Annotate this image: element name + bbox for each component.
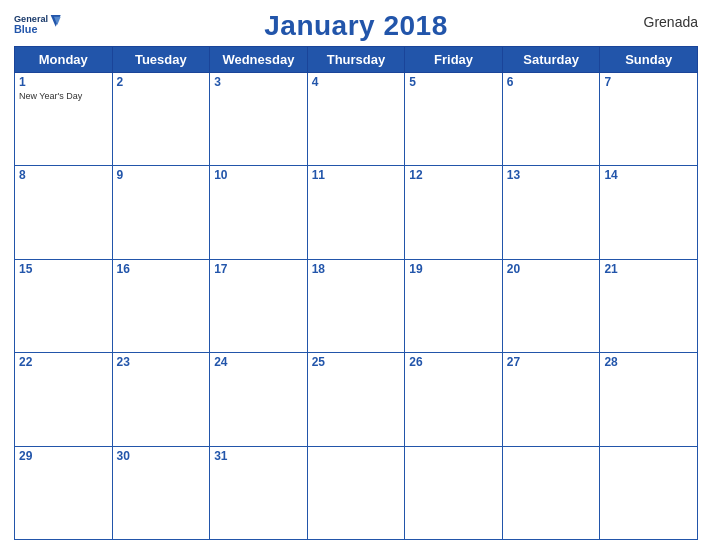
calendar-day-cell: 22 [15,353,113,446]
calendar-day-cell: 31 [210,446,308,539]
day-number: 29 [19,449,108,463]
day-number: 26 [409,355,498,369]
calendar-day-cell: 26 [405,353,503,446]
calendar-day-cell: 5 [405,73,503,166]
header-saturday: Saturday [502,47,600,73]
calendar-day-cell [502,446,600,539]
calendar-day-cell: 29 [15,446,113,539]
header-friday: Friday [405,47,503,73]
calendar-day-cell: 11 [307,166,405,259]
logo-svg: General Blue [14,10,64,40]
day-number: 13 [507,168,596,182]
day-number: 23 [117,355,206,369]
calendar-page: General Blue January 2018 Grenada Monday… [0,0,712,550]
calendar-day-cell: 8 [15,166,113,259]
weekday-header-row: Monday Tuesday Wednesday Thursday Friday… [15,47,698,73]
day-number: 14 [604,168,693,182]
calendar-day-cell: 23 [112,353,210,446]
calendar-day-cell [307,446,405,539]
calendar-title: January 2018 [264,10,447,41]
calendar-day-cell: 30 [112,446,210,539]
day-number: 9 [117,168,206,182]
day-number: 19 [409,262,498,276]
header-sunday: Sunday [600,47,698,73]
calendar-day-cell: 15 [15,259,113,352]
day-number: 2 [117,75,206,89]
calendar-day-cell: 24 [210,353,308,446]
day-number: 30 [117,449,206,463]
day-number: 25 [312,355,401,369]
calendar-day-cell: 20 [502,259,600,352]
calendar-day-cell: 4 [307,73,405,166]
holiday-label: New Year's Day [19,91,108,101]
country-label: Grenada [608,10,698,30]
day-number: 7 [604,75,693,89]
calendar-day-cell: 13 [502,166,600,259]
svg-text:Blue: Blue [14,23,37,35]
calendar-table: Monday Tuesday Wednesday Thursday Friday… [14,46,698,540]
calendar-day-cell: 7 [600,73,698,166]
calendar-week-row: 293031 [15,446,698,539]
day-number: 17 [214,262,303,276]
day-number: 20 [507,262,596,276]
day-number: 27 [507,355,596,369]
header-monday: Monday [15,47,113,73]
day-number: 12 [409,168,498,182]
calendar-week-row: 15161718192021 [15,259,698,352]
calendar-day-cell: 14 [600,166,698,259]
title-block: January 2018 [104,10,608,42]
calendar-day-cell: 12 [405,166,503,259]
header-thursday: Thursday [307,47,405,73]
day-number: 5 [409,75,498,89]
day-number: 15 [19,262,108,276]
day-number: 11 [312,168,401,182]
calendar-day-cell: 16 [112,259,210,352]
calendar-day-cell: 3 [210,73,308,166]
calendar-day-cell: 19 [405,259,503,352]
day-number: 28 [604,355,693,369]
calendar-day-cell: 9 [112,166,210,259]
calendar-day-cell [405,446,503,539]
day-number: 8 [19,168,108,182]
calendar-week-row: 22232425262728 [15,353,698,446]
header: General Blue January 2018 Grenada [14,10,698,42]
calendar-day-cell: 2 [112,73,210,166]
day-number: 21 [604,262,693,276]
calendar-day-cell: 21 [600,259,698,352]
calendar-day-cell: 17 [210,259,308,352]
day-number: 24 [214,355,303,369]
day-number: 18 [312,262,401,276]
day-number: 22 [19,355,108,369]
calendar-day-cell: 1New Year's Day [15,73,113,166]
calendar-day-cell: 28 [600,353,698,446]
calendar-day-cell: 10 [210,166,308,259]
day-number: 4 [312,75,401,89]
calendar-week-row: 1New Year's Day234567 [15,73,698,166]
calendar-day-cell: 27 [502,353,600,446]
calendar-day-cell: 18 [307,259,405,352]
day-number: 3 [214,75,303,89]
header-wednesday: Wednesday [210,47,308,73]
logo: General Blue [14,10,104,40]
calendar-day-cell [600,446,698,539]
calendar-day-cell: 6 [502,73,600,166]
header-tuesday: Tuesday [112,47,210,73]
calendar-day-cell: 25 [307,353,405,446]
day-number: 31 [214,449,303,463]
day-number: 6 [507,75,596,89]
day-number: 1 [19,75,108,89]
day-number: 16 [117,262,206,276]
calendar-week-row: 891011121314 [15,166,698,259]
day-number: 10 [214,168,303,182]
